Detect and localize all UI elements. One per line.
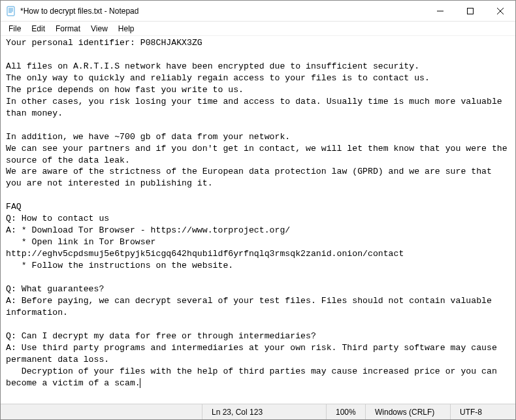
titlebar: *How to decrypt files.txt - Notepad — [1, 1, 515, 22]
notepad-icon — [6, 6, 16, 16]
menu-view[interactable]: View — [86, 23, 113, 35]
menu-help[interactable]: Help — [113, 23, 140, 35]
status-encoding: UTF-8 — [450, 404, 515, 419]
status-zoom: 100% — [326, 404, 365, 419]
menu-file[interactable]: File — [3, 23, 26, 35]
window-controls — [425, 1, 515, 21]
text-caret — [140, 378, 140, 388]
menu-edit[interactable]: Edit — [26, 23, 50, 35]
menu-format[interactable]: Format — [50, 23, 86, 35]
minimize-button[interactable] — [425, 1, 455, 21]
window-title: *How to decrypt files.txt - Notepad — [20, 7, 425, 16]
statusbar: Ln 23, Col 123 100% Windows (CRLF) UTF-8 — [1, 404, 515, 419]
text-area[interactable]: Your personal identifier: P08CHJAKX3ZG A… — [1, 36, 515, 404]
maximize-button[interactable] — [455, 1, 485, 21]
document-text: Your personal identifier: P08CHJAKX3ZG A… — [6, 38, 513, 388]
close-button[interactable] — [485, 1, 515, 21]
menubar: File Edit Format View Help — [1, 22, 515, 36]
svg-rect-6 — [468, 8, 474, 14]
status-eol: Windows (CRLF) — [365, 404, 450, 419]
status-position: Ln 23, Col 123 — [202, 404, 326, 419]
notepad-window: *How to decrypt files.txt - Notepad File… — [0, 0, 516, 420]
